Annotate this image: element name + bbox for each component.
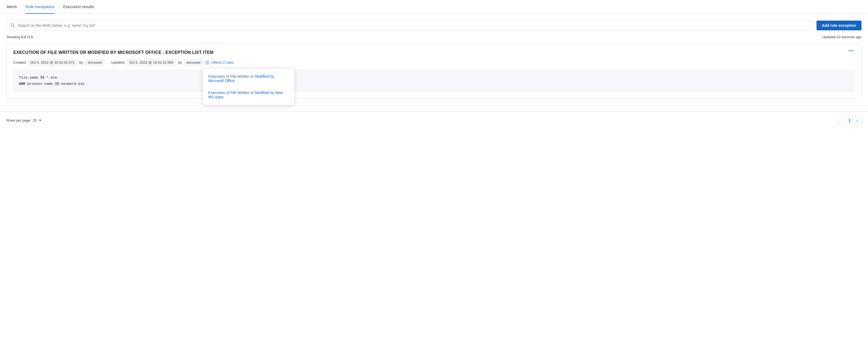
exception-code-block: file.name IS *.exe AND process.name IS w… bbox=[13, 70, 855, 92]
affects-rules-text: Affects 2 rules bbox=[211, 60, 234, 64]
created-label: Created bbox=[13, 60, 26, 64]
card-menu-button[interactable] bbox=[848, 50, 855, 51]
search-container bbox=[6, 20, 812, 31]
exception-card: EXECUTION OF FILE WRITTEN OR MODIFIED BY… bbox=[6, 43, 862, 99]
tabs-bar: Alerts Rule exceptions Execution results bbox=[0, 0, 868, 14]
meta-row: Created Oct 5, 2022 @ 10:51:01.571 by do… bbox=[13, 59, 855, 66]
prev-page-button[interactable]: ‹ bbox=[838, 116, 846, 125]
next-page-button[interactable]: › bbox=[853, 116, 862, 125]
popup-arrow bbox=[216, 66, 220, 68]
meta-separator bbox=[107, 60, 108, 65]
rows-per-page-value: 25 bbox=[33, 119, 37, 123]
updated-by-label: by bbox=[178, 60, 182, 64]
created-by-label: by bbox=[80, 60, 83, 64]
card-title: EXECUTION OF FILE WRITTEN OR MODIFIED BY… bbox=[13, 50, 214, 55]
search-input[interactable] bbox=[18, 23, 808, 28]
current-page: 1 bbox=[848, 118, 851, 123]
chevron-right-icon: › bbox=[857, 119, 858, 123]
three-dots-icon bbox=[849, 50, 854, 51]
svg-point-7 bbox=[206, 64, 206, 64]
rows-per-page-label: Rows per page: bbox=[6, 119, 31, 123]
search-icon bbox=[10, 23, 15, 28]
updated-date-badge: Oct 5, 2022 @ 10:51:01.584 bbox=[127, 59, 176, 66]
code-line-1: file.name IS *.exe bbox=[19, 74, 849, 81]
code-line-2: AND process.name IS winword.exe bbox=[19, 81, 849, 87]
affects-rules-link[interactable]: Affects 2 rules bbox=[205, 60, 234, 64]
add-rule-exception-button[interactable]: Add rule exception bbox=[816, 21, 862, 30]
tab-execution-results[interactable]: Execution results bbox=[63, 0, 94, 14]
affects-rules-popup: Execution of File Written or Modified by… bbox=[203, 68, 294, 105]
created-date-badge: Oct 5, 2022 @ 10:51:01.571 bbox=[28, 59, 77, 66]
tab-rule-exceptions[interactable]: Rule exceptions bbox=[26, 0, 55, 14]
svg-point-5 bbox=[206, 61, 206, 62]
list-icon bbox=[205, 61, 210, 64]
affects-rules-container: Affects 2 rules Execution of File Writte… bbox=[205, 60, 234, 64]
svg-line-1 bbox=[13, 26, 14, 27]
pagination: ‹ 1 › bbox=[838, 116, 862, 125]
updated-by-badge: docsuser bbox=[184, 59, 203, 66]
updated-label: Updated bbox=[111, 60, 124, 64]
card-header: EXECUTION OF FILE WRITTEN OR MODIFIED BY… bbox=[13, 50, 855, 55]
tab-alerts[interactable]: Alerts bbox=[6, 0, 17, 14]
created-by-badge: docsuser bbox=[85, 59, 105, 66]
showing-text: Showing 1-1 of 1 bbox=[6, 35, 33, 39]
updated-text: Updated 10 seconds ago bbox=[822, 35, 862, 39]
affected-rule-1[interactable]: Execution of File Written or Modified by… bbox=[203, 70, 294, 87]
footer: Rows per page: 25 ‹ 1 › bbox=[0, 111, 868, 129]
chevron-left-icon: ‹ bbox=[841, 119, 843, 123]
affected-rule-2[interactable]: Execution of File Written or Modified by… bbox=[203, 87, 294, 103]
status-bar: Showing 1-1 of 1 Updated 10 seconds ago bbox=[6, 35, 862, 39]
search-row: Add rule exception bbox=[6, 20, 862, 31]
svg-point-6 bbox=[206, 62, 206, 63]
main-content: Add rule exception Showing 1-1 of 1 Upda… bbox=[0, 14, 868, 109]
rows-per-page-selector[interactable]: Rows per page: 25 bbox=[6, 119, 41, 123]
rows-per-page-chevron-icon bbox=[39, 120, 41, 121]
